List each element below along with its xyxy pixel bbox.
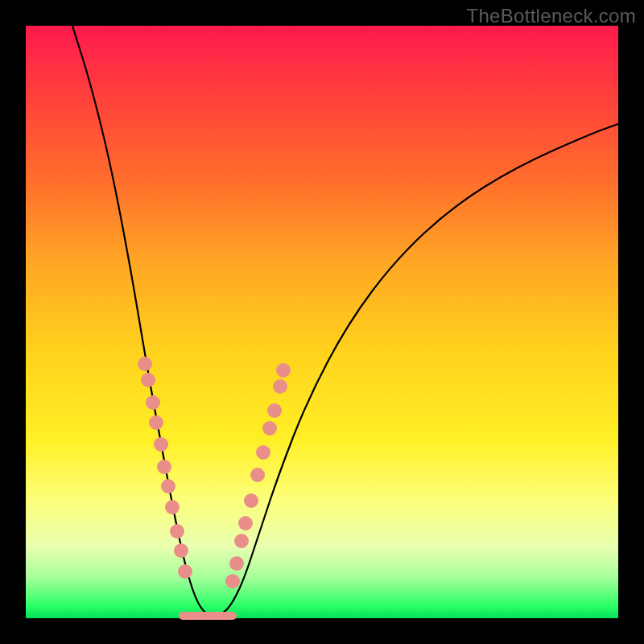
data-point-dot xyxy=(238,516,253,530)
data-point-dot xyxy=(165,500,180,514)
data-point-dot xyxy=(229,556,244,571)
data-point-dot xyxy=(225,574,240,588)
bottleneck-curve xyxy=(26,26,618,618)
data-point-dot xyxy=(178,564,192,579)
data-point-dot xyxy=(244,493,258,508)
data-point-dot xyxy=(154,437,168,452)
data-point-dot xyxy=(141,373,155,387)
data-point-dot xyxy=(256,445,270,460)
data-point-dot xyxy=(234,534,249,548)
data-point-dot xyxy=(273,379,287,394)
data-point-dot xyxy=(276,363,291,378)
data-point-dot xyxy=(161,479,175,493)
data-point-dot xyxy=(250,468,265,482)
data-point-dot xyxy=(262,421,277,436)
v-curve-path xyxy=(72,26,618,615)
data-point-dot xyxy=(146,395,160,410)
right-branch-dots xyxy=(225,363,291,588)
data-point-dot xyxy=(267,403,282,418)
chart-frame: TheBottleneck.com xyxy=(0,0,644,644)
data-point-dot xyxy=(149,415,163,430)
data-point-dot xyxy=(138,357,152,371)
valley-bar xyxy=(179,612,237,620)
data-point-dot xyxy=(170,524,184,539)
data-point-dot xyxy=(157,460,171,474)
data-point-dot xyxy=(174,543,188,558)
plot-area xyxy=(26,26,618,618)
left-branch-dots xyxy=(138,357,192,579)
watermark-label: TheBottleneck.com xyxy=(466,5,636,27)
